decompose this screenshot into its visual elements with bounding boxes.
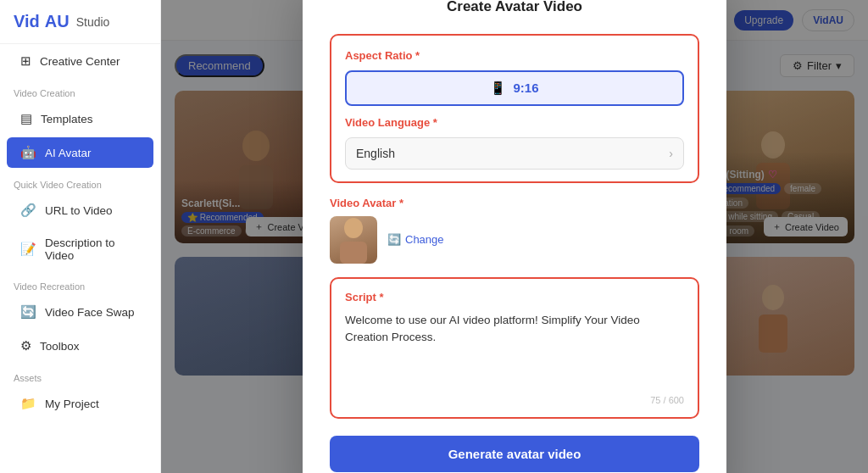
svg-rect-11 bbox=[340, 242, 367, 264]
modal-title: Create Avatar Video bbox=[330, 0, 699, 15]
description-icon: 📝 bbox=[20, 242, 36, 257]
sidebar-item-toolbox[interactable]: ⚙ Toolbox bbox=[7, 331, 153, 361]
video-language-label: Video Language * bbox=[345, 116, 684, 129]
sidebar-item-label: Video Face Swap bbox=[45, 306, 135, 319]
template-icon: ▤ bbox=[20, 111, 32, 126]
sidebar-item-label: Creative Center bbox=[40, 55, 120, 68]
avatar-preview: 🔄 Change bbox=[330, 216, 699, 264]
modal-close-button[interactable]: × bbox=[704, 0, 713, 4]
phone-icon: 📱 bbox=[490, 81, 506, 96]
language-select[interactable]: English › bbox=[345, 137, 684, 170]
sidebar-item-description-to-video[interactable]: 📝 Description to Video bbox=[7, 229, 153, 270]
sidebar-item-my-project[interactable]: 📁 My Project bbox=[7, 388, 153, 419]
sidebar-item-label: AI Avatar bbox=[45, 147, 92, 159]
sidebar-item-video-face-swap[interactable]: 🔄 Video Face Swap bbox=[7, 297, 153, 327]
svg-point-10 bbox=[344, 218, 363, 238]
script-section: Script * Welcome to use our AI video pla… bbox=[330, 277, 699, 419]
aspect-ratio-value: 9:16 bbox=[513, 81, 538, 95]
aspect-language-section: Aspect Ratio * 📱 9:16 Video Language * E… bbox=[330, 34, 699, 183]
avatar-label: Video Avatar * bbox=[330, 197, 699, 209]
logo-au: AU bbox=[45, 12, 70, 31]
url-icon: 🔗 bbox=[20, 203, 36, 218]
sidebar: VidAU Studio ⊞ Creative Center Video Cre… bbox=[0, 0, 161, 473]
change-avatar-button[interactable]: 🔄 Change bbox=[387, 233, 444, 246]
language-value: English bbox=[356, 147, 395, 160]
video-recreation-section: Video Recreation bbox=[0, 271, 160, 295]
aspect-ratio-button[interactable]: 📱 9:16 bbox=[345, 70, 684, 106]
aspect-ratio-label: Aspect Ratio * bbox=[345, 49, 684, 62]
sidebar-item-label: Templates bbox=[41, 113, 93, 125]
sidebar-item-ai-avatar[interactable]: 🤖 AI Avatar bbox=[7, 137, 153, 168]
sidebar-item-creative-center[interactable]: ⊞ Creative Center bbox=[7, 46, 153, 76]
sidebar-item-label: URL to Video bbox=[45, 204, 113, 217]
chevron-right-icon: › bbox=[669, 147, 673, 160]
logo: VidAU Studio bbox=[0, 0, 160, 44]
grid-icon: ⊞ bbox=[20, 53, 31, 69]
script-textarea[interactable]: Welcome to use our AI video platform! Si… bbox=[345, 312, 684, 388]
quick-video-section: Quick Video Creation bbox=[0, 170, 160, 193]
sidebar-item-templates[interactable]: ▤ Templates bbox=[7, 103, 153, 134]
sidebar-item-label: Toolbox bbox=[40, 340, 80, 353]
sidebar-item-url-to-video[interactable]: 🔗 URL to Video bbox=[7, 195, 153, 225]
modal-overlay: Create Avatar Video × Aspect Ratio * 📱 9… bbox=[161, 0, 868, 473]
generate-avatar-video-button[interactable]: Generate avatar video bbox=[330, 436, 699, 472]
face-swap-icon: 🔄 bbox=[20, 304, 36, 320]
video-creation-section: Video Creation bbox=[0, 78, 160, 102]
assets-section: Assets bbox=[0, 363, 160, 387]
change-label: Change bbox=[405, 233, 444, 246]
script-label: Script * bbox=[345, 291, 684, 303]
sidebar-item-label: Description to Video bbox=[45, 236, 140, 262]
toolbox-icon: ⚙ bbox=[20, 338, 31, 353]
logo-studio: Studio bbox=[76, 15, 110, 29]
avatar-icon: 🤖 bbox=[20, 145, 36, 160]
script-count: 75 / 600 bbox=[345, 395, 684, 405]
main-content: U 🎁 Invite to earn rewards 🪙 485 Credits… bbox=[161, 0, 868, 473]
avatar-thumbnail bbox=[330, 216, 377, 264]
logo-vid: Vid bbox=[14, 12, 40, 31]
avatar-image bbox=[330, 216, 377, 264]
avatar-section: Video Avatar * 🔄 Change bbox=[330, 197, 699, 264]
refresh-icon: 🔄 bbox=[387, 233, 401, 246]
project-icon: 📁 bbox=[20, 396, 36, 411]
create-avatar-modal: Create Avatar Video × Aspect Ratio * 📱 9… bbox=[303, 0, 726, 473]
sidebar-item-label: My Project bbox=[45, 398, 99, 410]
